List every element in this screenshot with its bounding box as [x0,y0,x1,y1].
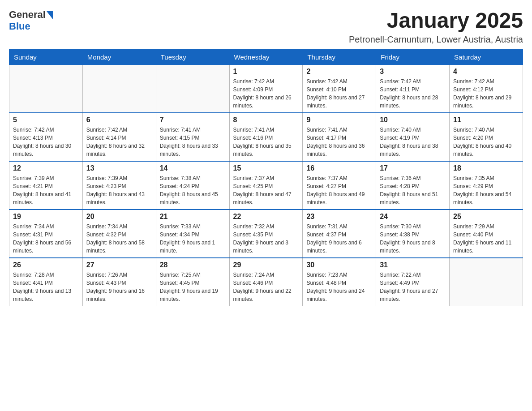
calendar-week-row: 1Sunrise: 7:42 AMSunset: 4:09 PMDaylight… [9,64,523,113]
day-info: Sunrise: 7:41 AMSunset: 4:17 PMDaylight:… [306,126,372,158]
day-number: 1 [233,68,299,76]
calendar-day-cell: 29Sunrise: 7:24 AMSunset: 4:46 PMDayligh… [229,258,303,306]
calendar-day-cell: 26Sunrise: 7:28 AMSunset: 4:41 PMDayligh… [9,258,83,306]
day-info: Sunrise: 7:42 AMSunset: 4:14 PMDaylight:… [86,126,152,158]
day-number: 4 [453,68,519,76]
calendar-day-cell: 14Sunrise: 7:38 AMSunset: 4:24 PMDayligh… [156,161,229,210]
day-info: Sunrise: 7:28 AMSunset: 4:41 PMDaylight:… [13,271,79,303]
calendar-day-cell: 2Sunrise: 7:42 AMSunset: 4:10 PMDaylight… [303,64,376,113]
day-number: 8 [233,116,299,124]
day-info: Sunrise: 7:39 AMSunset: 4:21 PMDaylight:… [13,174,79,206]
calendar-week-row: 19Sunrise: 7:34 AMSunset: 4:31 PMDayligh… [9,210,523,258]
day-of-week-header: Friday [376,49,450,64]
calendar-day-cell: 6Sunrise: 7:42 AMSunset: 4:14 PMDaylight… [82,113,156,161]
calendar-day-cell: 15Sunrise: 7:37 AMSunset: 4:25 PMDayligh… [229,161,303,210]
calendar-day-cell: 5Sunrise: 7:42 AMSunset: 4:13 PMDaylight… [9,113,83,161]
calendar-day-cell: 24Sunrise: 7:30 AMSunset: 4:38 PMDayligh… [376,210,450,258]
day-number: 17 [380,164,446,172]
calendar-day-cell: 1Sunrise: 7:42 AMSunset: 4:09 PMDaylight… [229,64,303,113]
calendar-day-cell: 8Sunrise: 7:41 AMSunset: 4:16 PMDaylight… [229,113,303,161]
day-info: Sunrise: 7:37 AMSunset: 4:27 PMDaylight:… [306,174,372,206]
calendar-day-cell [156,64,229,113]
calendar-day-cell: 17Sunrise: 7:36 AMSunset: 4:28 PMDayligh… [376,161,450,210]
day-number: 29 [233,261,299,269]
day-number: 26 [13,261,79,269]
day-info: Sunrise: 7:42 AMSunset: 4:10 PMDaylight:… [306,77,372,110]
calendar-day-cell: 9Sunrise: 7:41 AMSunset: 4:17 PMDaylight… [303,113,376,161]
day-info: Sunrise: 7:40 AMSunset: 4:20 PMDaylight:… [453,126,519,158]
calendar-week-row: 26Sunrise: 7:28 AMSunset: 4:41 PMDayligh… [9,258,523,306]
calendar-day-cell: 23Sunrise: 7:31 AMSunset: 4:37 PMDayligh… [303,210,376,258]
day-info: Sunrise: 7:34 AMSunset: 4:32 PMDaylight:… [86,223,152,255]
day-of-week-header: Saturday [450,49,523,64]
day-number: 6 [86,116,152,124]
day-info: Sunrise: 7:42 AMSunset: 4:11 PMDaylight:… [380,77,446,110]
day-number: 11 [453,116,519,124]
day-number: 22 [233,213,299,221]
calendar-day-cell: 3Sunrise: 7:42 AMSunset: 4:11 PMDaylight… [376,64,450,113]
day-info: Sunrise: 7:41 AMSunset: 4:16 PMDaylight:… [233,126,299,158]
day-of-week-header: Monday [82,49,156,64]
day-info: Sunrise: 7:30 AMSunset: 4:38 PMDaylight:… [380,223,446,255]
calendar-day-cell: 11Sunrise: 7:40 AMSunset: 4:20 PMDayligh… [450,113,523,161]
day-number: 25 [453,213,519,221]
day-number: 13 [86,164,152,172]
calendar-day-cell: 18Sunrise: 7:35 AMSunset: 4:29 PMDayligh… [450,161,523,210]
calendar-week-row: 5Sunrise: 7:42 AMSunset: 4:13 PMDaylight… [9,113,523,161]
calendar-day-cell: 25Sunrise: 7:29 AMSunset: 4:40 PMDayligh… [450,210,523,258]
day-info: Sunrise: 7:25 AMSunset: 4:45 PMDaylight:… [160,271,226,303]
day-number: 14 [160,164,226,172]
day-of-week-header: Sunday [9,49,83,64]
day-info: Sunrise: 7:31 AMSunset: 4:37 PMDaylight:… [306,223,372,255]
calendar-day-cell: 31Sunrise: 7:22 AMSunset: 4:49 PMDayligh… [376,258,450,306]
title-area: January 2025 Petronell-Carnuntum, Lower … [349,9,523,45]
day-info: Sunrise: 7:23 AMSunset: 4:48 PMDaylight:… [306,271,372,303]
calendar-day-cell: 12Sunrise: 7:39 AMSunset: 4:21 PMDayligh… [9,161,83,210]
logo-triangle-icon [47,11,53,19]
day-info: Sunrise: 7:37 AMSunset: 4:25 PMDaylight:… [233,174,299,206]
day-info: Sunrise: 7:24 AMSunset: 4:46 PMDaylight:… [233,271,299,303]
day-of-week-header: Tuesday [156,49,229,64]
day-info: Sunrise: 7:33 AMSunset: 4:34 PMDaylight:… [160,223,226,255]
calendar-day-cell [9,64,83,113]
calendar-day-cell [82,64,156,113]
calendar-header-row: SundayMondayTuesdayWednesdayThursdayFrid… [9,49,523,64]
calendar-day-cell: 16Sunrise: 7:37 AMSunset: 4:27 PMDayligh… [303,161,376,210]
day-info: Sunrise: 7:42 AMSunset: 4:12 PMDaylight:… [453,77,519,110]
day-number: 30 [306,261,372,269]
day-number: 12 [13,164,79,172]
calendar-day-cell: 21Sunrise: 7:33 AMSunset: 4:34 PMDayligh… [156,210,229,258]
calendar-table: SundayMondayTuesdayWednesdayThursdayFrid… [9,49,523,306]
calendar-day-cell: 19Sunrise: 7:34 AMSunset: 4:31 PMDayligh… [9,210,83,258]
day-info: Sunrise: 7:40 AMSunset: 4:19 PMDaylight:… [380,126,446,158]
location-title: Petronell-Carnuntum, Lower Austria, Aust… [349,34,523,45]
calendar-day-cell: 22Sunrise: 7:32 AMSunset: 4:35 PMDayligh… [229,210,303,258]
day-number: 9 [306,116,372,124]
day-number: 3 [380,68,446,76]
calendar-day-cell: 30Sunrise: 7:23 AMSunset: 4:48 PMDayligh… [303,258,376,306]
logo: General Blue [9,9,53,32]
day-number: 19 [13,213,79,221]
day-number: 10 [380,116,446,124]
day-info: Sunrise: 7:42 AMSunset: 4:09 PMDaylight:… [233,77,299,110]
day-number: 24 [380,213,446,221]
day-info: Sunrise: 7:22 AMSunset: 4:49 PMDaylight:… [380,271,446,303]
day-info: Sunrise: 7:36 AMSunset: 4:28 PMDaylight:… [380,174,446,206]
logo-blue-text: Blue [9,21,30,32]
day-number: 28 [160,261,226,269]
calendar-week-row: 12Sunrise: 7:39 AMSunset: 4:21 PMDayligh… [9,161,523,210]
day-of-week-header: Wednesday [229,49,303,64]
calendar-day-cell: 20Sunrise: 7:34 AMSunset: 4:32 PMDayligh… [82,210,156,258]
day-info: Sunrise: 7:41 AMSunset: 4:15 PMDaylight:… [160,126,226,158]
day-of-week-header: Thursday [303,49,376,64]
day-number: 18 [453,164,519,172]
calendar-day-cell: 7Sunrise: 7:41 AMSunset: 4:15 PMDaylight… [156,113,229,161]
day-info: Sunrise: 7:29 AMSunset: 4:40 PMDaylight:… [453,223,519,255]
day-number: 31 [380,261,446,269]
day-number: 15 [233,164,299,172]
day-info: Sunrise: 7:38 AMSunset: 4:24 PMDaylight:… [160,174,226,206]
day-number: 16 [306,164,372,172]
day-info: Sunrise: 7:35 AMSunset: 4:29 PMDaylight:… [453,174,519,206]
calendar-day-cell: 27Sunrise: 7:26 AMSunset: 4:43 PMDayligh… [82,258,156,306]
day-info: Sunrise: 7:26 AMSunset: 4:43 PMDaylight:… [86,271,152,303]
